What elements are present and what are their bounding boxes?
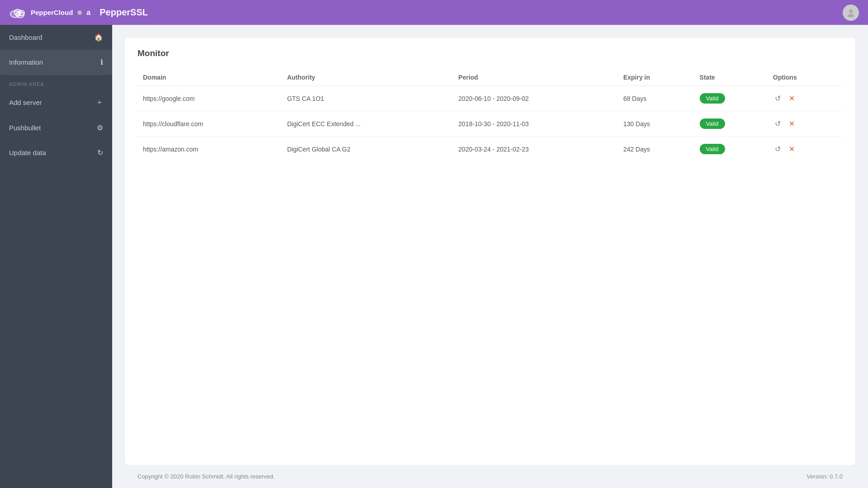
card-title: Monitor xyxy=(138,48,843,58)
col-header-options: Options xyxy=(768,69,843,86)
cell-state: Valid xyxy=(694,111,768,137)
cell-authority: DigiCert Global CA G2 xyxy=(282,137,453,162)
sidebar-item-add-server[interactable]: Add server ＋ xyxy=(0,90,112,115)
user-avatar[interactable] xyxy=(843,5,859,21)
add-icon: ＋ xyxy=(96,98,103,107)
delete-button[interactable]: ✕ xyxy=(787,144,797,154)
footer-copyright: Copyright © 2020 Robin Schmidt. All righ… xyxy=(138,473,275,480)
status-dot-icon xyxy=(77,10,82,15)
cell-expiry: 242 Days xyxy=(618,137,694,162)
col-header-authority: Authority xyxy=(282,69,453,86)
gear-icon: ⚙ xyxy=(97,123,103,132)
cell-state: Valid xyxy=(694,137,768,162)
svg-point-5 xyxy=(848,14,854,17)
delete-button[interactable]: ✕ xyxy=(787,93,797,104)
page-layout: Dashboard 🏠 Information ℹ ADMIN AREA Add… xyxy=(0,25,868,488)
col-header-period: Period xyxy=(453,69,618,86)
state-badge: Valid xyxy=(700,93,725,104)
cell-expiry: 68 Days xyxy=(618,86,694,111)
cell-domain: https://amazon.com xyxy=(138,137,282,162)
sidebar-item-update-data[interactable]: Update data ↻ xyxy=(0,140,112,165)
refresh-button[interactable]: ↺ xyxy=(773,93,783,104)
state-badge: Valid xyxy=(700,144,725,154)
refresh-button[interactable]: ↺ xyxy=(773,118,783,129)
avatar-icon xyxy=(846,8,855,17)
cell-domain: https://google.com xyxy=(138,86,282,111)
cell-period: 2018-10-30 - 2020-11-03 xyxy=(453,111,618,137)
topnav: PepperCloud a PepperSSL xyxy=(0,0,868,25)
topnav-user-letter: a xyxy=(86,9,90,17)
cell-authority: DigiCert ECC Extended ... xyxy=(282,111,453,137)
cell-period: 2020-06-10 - 2020-09-02 xyxy=(453,86,618,111)
sidebar: Dashboard 🏠 Information ℹ ADMIN AREA Add… xyxy=(0,25,112,488)
page-footer: Copyright © 2020 Robin Schmidt. All righ… xyxy=(125,465,855,488)
svg-point-4 xyxy=(849,9,853,13)
col-header-expiry: Expiry in xyxy=(618,69,694,86)
monitor-table: Domain Authority Period Expiry in State … xyxy=(138,69,843,161)
table-row: https://amazon.com DigiCert Global CA G2… xyxy=(138,137,843,162)
state-badge: Valid xyxy=(700,118,725,129)
sidebar-item-dashboard[interactable]: Dashboard 🏠 xyxy=(0,25,112,50)
cell-period: 2020-03-24 - 2021-02-23 xyxy=(453,137,618,162)
svg-point-3 xyxy=(19,10,25,15)
table-row: https://google.com GTS CA 1O1 2020-06-10… xyxy=(138,86,843,111)
info-icon: ℹ xyxy=(100,58,103,66)
cell-options: ↺ ✕ xyxy=(768,111,843,137)
peppercloud-logo-icon xyxy=(9,6,26,19)
cell-authority: GTS CA 1O1 xyxy=(282,86,453,111)
main-content: Monitor Domain Authority Period Expiry i… xyxy=(112,25,868,488)
delete-button[interactable]: ✕ xyxy=(787,118,797,129)
col-header-domain: Domain xyxy=(138,69,282,86)
cell-options: ↺ ✕ xyxy=(768,137,843,162)
cell-expiry: 130 Days xyxy=(618,111,694,137)
cell-state: Valid xyxy=(694,86,768,111)
monitor-card: Monitor Domain Authority Period Expiry i… xyxy=(125,38,855,465)
admin-area-label: ADMIN AREA xyxy=(0,75,112,90)
cell-options: ↺ ✕ xyxy=(768,86,843,111)
home-icon: 🏠 xyxy=(94,33,103,42)
footer-version: Version: 0.7.0 xyxy=(807,473,843,480)
sidebar-item-information[interactable]: Information ℹ xyxy=(0,50,112,75)
app-title: PepperSSL xyxy=(100,7,148,18)
sidebar-item-pushbullet[interactable]: Pushbullet ⚙ xyxy=(0,115,112,140)
col-header-state: State xyxy=(694,69,768,86)
logo-label: PepperCloud xyxy=(31,9,73,16)
cell-domain: https://cloudflare.com xyxy=(138,111,282,137)
refresh-icon: ↻ xyxy=(97,148,103,157)
logo-area: PepperCloud xyxy=(9,6,73,19)
table-row: https://cloudflare.com DigiCert ECC Exte… xyxy=(138,111,843,137)
topnav-status-icons: a xyxy=(77,9,90,17)
refresh-button[interactable]: ↺ xyxy=(773,144,783,154)
